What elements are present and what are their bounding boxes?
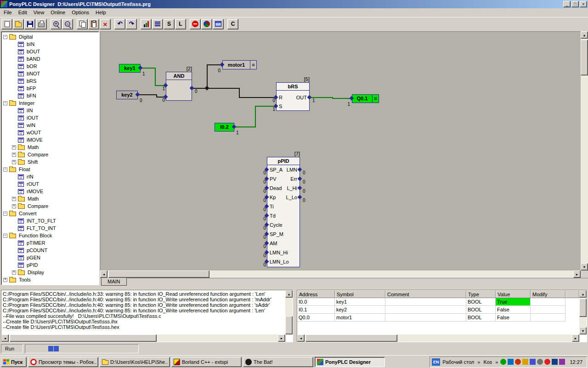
wire-4[interactable] bbox=[234, 106, 275, 127]
block-brs[interactable]: bRS[5]RSOUT bbox=[276, 82, 310, 111]
tree-expand-icon[interactable]: + bbox=[12, 197, 16, 201]
tree-item-brs[interactable]: bRS bbox=[1, 77, 99, 85]
toolbar-copy-button[interactable] bbox=[77, 19, 88, 29]
tree-item-rout[interactable]: rOUT bbox=[1, 180, 99, 188]
tree-item-ptimer[interactable]: pTIMER bbox=[1, 239, 99, 247]
wire-3[interactable] bbox=[207, 88, 275, 98]
toolbar-stop-button[interactable] bbox=[190, 19, 201, 29]
cell-address[interactable]: I0.1 bbox=[297, 306, 335, 314]
log-vscroll-thumb[interactable] bbox=[285, 316, 293, 334]
cell-modify[interactable] bbox=[531, 314, 565, 322]
cell-comment[interactable] bbox=[385, 306, 466, 314]
tray-icon-9[interactable] bbox=[559, 359, 565, 365]
toolbar-delete-button[interactable]: × bbox=[100, 19, 111, 29]
tree-item-wout[interactable]: wOUT bbox=[1, 129, 99, 136]
io-box-key2[interactable]: key2 bbox=[116, 91, 138, 99]
tree-item-function-block[interactable]: -Function Block bbox=[1, 232, 99, 239]
tree-item-int-to-flt[interactable]: INT_TO_FLT bbox=[1, 217, 99, 224]
log-hscroll-left-arrow[interactable]: ◄ bbox=[1, 334, 9, 342]
canvas-vscroll[interactable]: ▲▼ bbox=[581, 31, 588, 270]
column-header-type[interactable]: Type bbox=[466, 290, 496, 298]
tree-item-bor[interactable]: bOR bbox=[1, 63, 99, 70]
watch-vscroll-down-arrow[interactable]: ▼ bbox=[579, 327, 587, 334]
minimize-button[interactable]: _ bbox=[563, 1, 571, 7]
tree-expand-icon[interactable]: + bbox=[12, 204, 16, 208]
column-header-address[interactable]: Address bbox=[297, 290, 335, 298]
column-header-value[interactable]: Value bbox=[496, 290, 531, 298]
column-header-comment[interactable]: Comment bbox=[385, 290, 466, 298]
tray-icon-7[interactable] bbox=[544, 359, 550, 365]
toolbar-link-button[interactable]: L bbox=[175, 19, 186, 29]
close-button[interactable]: × bbox=[580, 1, 587, 7]
fbd-canvas[interactable]: key11key20motor1=0Q0.1=1I0.21AND[2]100bR… bbox=[100, 31, 581, 270]
tray-icon-3[interactable] bbox=[515, 359, 521, 365]
tree-collapse-icon[interactable]: - bbox=[3, 212, 7, 216]
tree-expand-icon[interactable]: + bbox=[3, 278, 7, 282]
block-ppid[interactable]: pPID[7]SP_APVDeadKpTiTdCycleSP_MAMLMN_Hi… bbox=[267, 157, 300, 267]
taskbar-clock[interactable]: 12:27 bbox=[566, 359, 585, 365]
tray-icon-6[interactable] bbox=[537, 359, 543, 365]
language-indicator[interactable]: EN bbox=[432, 358, 440, 366]
toolbar-new-button[interactable] bbox=[1, 19, 12, 29]
tree-item-bfn[interactable]: bFN bbox=[1, 92, 99, 99]
tree-item-iin[interactable]: iIN bbox=[1, 107, 99, 114]
tree-item-rmove[interactable]: rMOVE bbox=[1, 188, 99, 195]
cell-value[interactable]: False bbox=[496, 314, 531, 322]
io-box-key1[interactable]: key1 bbox=[119, 64, 141, 73]
toolbar-redo-button[interactable]: ↷ bbox=[126, 19, 137, 29]
io-box-motor1[interactable]: motor1 bbox=[222, 60, 250, 69]
tree-item-ppid[interactable]: pPID bbox=[1, 261, 99, 269]
toolbar-zoom-out-button[interactable]: − bbox=[62, 19, 73, 29]
watch-vscroll-track[interactable] bbox=[579, 298, 587, 327]
taskbar-task-borland-c-extspi[interactable]: Borland C++ - extspi bbox=[171, 357, 242, 367]
watch-vscroll-thumb[interactable] bbox=[579, 299, 587, 317]
toolbar-compile-button[interactable] bbox=[141, 19, 152, 29]
chevron-button[interactable]: » bbox=[494, 359, 499, 365]
toolbar-open-button[interactable] bbox=[13, 19, 24, 29]
cell-address[interactable]: Q0.0 bbox=[297, 314, 335, 322]
tree-item-compare[interactable]: +Compare bbox=[1, 151, 99, 158]
canvas-hscroll-thumb[interactable] bbox=[108, 270, 209, 278]
log-vscroll-track[interactable] bbox=[285, 298, 293, 327]
watch-vscroll[interactable]: ▲▼ bbox=[579, 290, 587, 334]
tree-item-convert[interactable]: -Convert bbox=[1, 210, 99, 217]
tree-item-math[interactable]: +Math bbox=[1, 144, 99, 151]
tree-collapse-icon[interactable]: - bbox=[3, 35, 7, 39]
cell-symbol[interactable]: key1 bbox=[335, 298, 385, 306]
taskbar-task-ponyplc-designer[interactable]: PonyPLC Designer bbox=[315, 357, 385, 367]
cell-value[interactable]: False bbox=[496, 306, 531, 314]
chevron-button[interactable]: » bbox=[476, 359, 481, 365]
tree-item-pgen[interactable]: pGEN bbox=[1, 254, 99, 261]
cell-symbol[interactable]: motor1 bbox=[335, 314, 385, 322]
tree-item-bnot[interactable]: bNOT bbox=[1, 70, 99, 77]
tree-item-bout[interactable]: bOUT bbox=[1, 48, 99, 55]
log-hscroll[interactable]: ◄► bbox=[1, 334, 285, 342]
canvas-vscroll-thumb[interactable] bbox=[581, 40, 588, 75]
toolbar-save-button[interactable] bbox=[24, 19, 35, 29]
log-vscroll[interactable]: ▲▼ bbox=[285, 290, 293, 334]
tree-item-bin[interactable]: bIN bbox=[1, 40, 99, 48]
tree-item-win[interactable]: wIN bbox=[1, 121, 99, 129]
tray-icon-5[interactable] bbox=[530, 359, 536, 365]
watch-row-0[interactable]: I0.0key1BOOLTrue bbox=[297, 298, 579, 306]
tree-item-rin[interactable]: rIN bbox=[1, 173, 99, 180]
canvas-hscroll-track[interactable] bbox=[107, 270, 573, 278]
toolbar-undo-button[interactable]: ↶ bbox=[114, 19, 125, 29]
toolbar-print-button[interactable] bbox=[36, 19, 47, 29]
menu-options[interactable]: Options bbox=[68, 9, 92, 17]
cell-comment[interactable] bbox=[385, 298, 466, 306]
cell-type[interactable]: BOOL bbox=[466, 306, 496, 314]
canvas-vscroll-up-arrow[interactable]: ▲ bbox=[581, 31, 588, 39]
toolbar-zoom-in-button[interactable]: + bbox=[51, 19, 62, 29]
tab-main[interactable]: MAIN bbox=[101, 278, 127, 286]
tree-item-compare[interactable]: +Compare bbox=[1, 202, 99, 210]
cell-address[interactable]: I0.0 bbox=[297, 298, 335, 306]
wire-0[interactable] bbox=[141, 68, 164, 86]
tree-item-digital[interactable]: -Digital bbox=[1, 33, 99, 40]
tree-item-shift[interactable]: +Shift bbox=[1, 158, 99, 166]
toolbar-online-button[interactable] bbox=[201, 19, 212, 29]
tree-collapse-icon[interactable]: - bbox=[3, 234, 7, 238]
tree-item-iout[interactable]: iOUT bbox=[1, 114, 99, 121]
watch-vscroll-up-arrow[interactable]: ▲ bbox=[579, 290, 587, 298]
watch-hscroll[interactable]: ◄► bbox=[297, 334, 579, 342]
